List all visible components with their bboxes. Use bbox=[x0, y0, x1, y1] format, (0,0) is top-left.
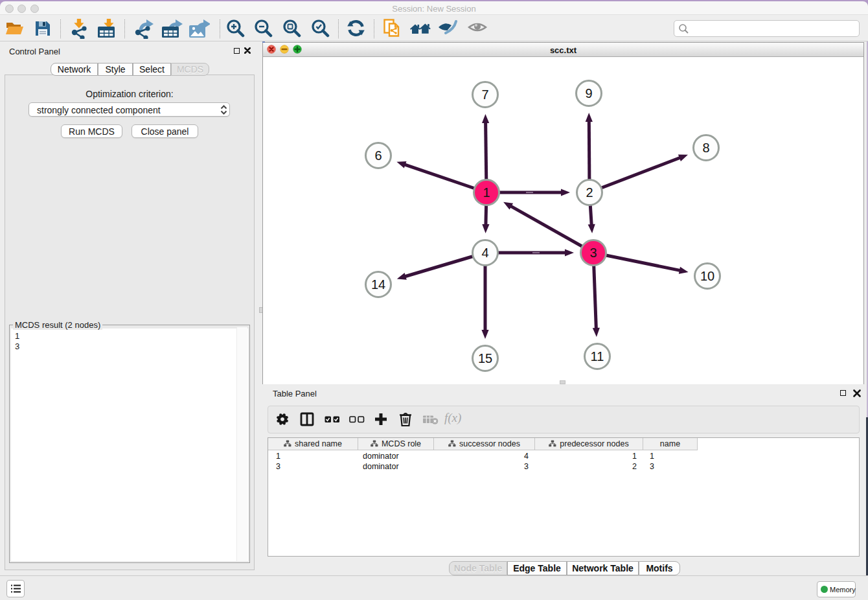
svg-text:3: 3 bbox=[589, 246, 597, 260]
svg-text:1: 1 bbox=[483, 185, 490, 200]
svg-text:9: 9 bbox=[585, 86, 592, 100]
svg-text:8: 8 bbox=[702, 141, 709, 155]
svg-text:10: 10 bbox=[700, 269, 714, 283]
svg-text:2: 2 bbox=[586, 185, 593, 200]
svg-text:14: 14 bbox=[371, 277, 385, 292]
svg-text:15: 15 bbox=[478, 351, 492, 365]
svg-text:4: 4 bbox=[481, 246, 488, 260]
svg-text:11: 11 bbox=[591, 349, 604, 363]
svg-text:6: 6 bbox=[374, 148, 382, 163]
svg-text:7: 7 bbox=[481, 87, 488, 102]
